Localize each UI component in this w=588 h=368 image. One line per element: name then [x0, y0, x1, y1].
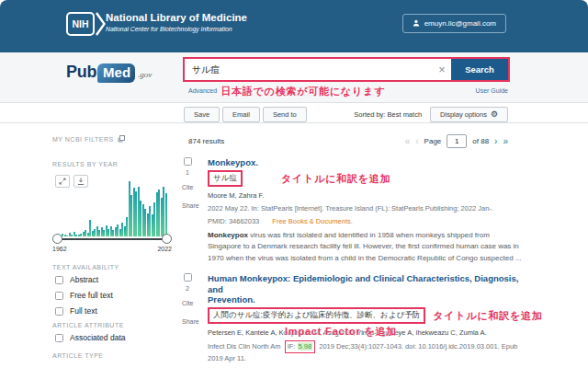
pubmed-logo[interactable]: Pub Med .gov	[66, 63, 152, 83]
impact-factor-label: IF:	[288, 342, 296, 351]
filter-free-full-text-label: Free full text	[70, 291, 113, 300]
results-by-year-label: RESULTS BY YEAR	[52, 161, 118, 167]
results-count: 874 results	[188, 137, 224, 145]
results-main: 874 results « ‹ Page of 88 › » 1 Cite S	[179, 124, 588, 368]
filter-full-text-label: Full text	[70, 306, 97, 316]
gear-icon: ⚙	[491, 110, 498, 119]
filter-abstract[interactable]: Abstract	[55, 275, 98, 284]
user-icon	[413, 19, 420, 29]
result-1-checkbox[interactable]	[184, 157, 192, 166]
checkbox-full-text[interactable]	[55, 307, 63, 316]
toolbar-actions: Save Email Send to	[184, 107, 307, 122]
result-2-journal: Infect Dis Clin North Am	[208, 342, 281, 351]
result-2-share-link[interactable]: Share	[182, 318, 208, 325]
account-email-button[interactable]: emuyn.llc@gmail.com	[402, 14, 506, 33]
result-1-title-link[interactable]: Monkeypox.	[208, 157, 522, 167]
page-label: Page	[424, 137, 442, 145]
result-1-pmid: PMID: 34662033	[208, 217, 259, 225]
filter-associated-data[interactable]: Associated data	[55, 333, 125, 342]
filter-full-text[interactable]: Full text	[55, 306, 97, 316]
result-1-annotation: タイトルに和訳を追加	[281, 172, 391, 186]
filter-abstract-label: Abstract	[70, 275, 98, 284]
result-2-title-term: Monkeypox	[240, 273, 288, 283]
pubmed-page: NIH National Library of Medicine Nationa…	[0, 0, 588, 368]
display-options-label: Display options	[440, 110, 487, 119]
last-page-icon[interactable]: »	[503, 137, 508, 146]
sorted-by-dropdown[interactable]: Sorted by: Best match	[354, 110, 422, 119]
pubmed-logo-pub: Pub	[66, 63, 96, 82]
result-1-body: Monkeypox. サル痘 タイトルに和訳を追加 Moore M, Zahra…	[208, 157, 522, 264]
search-links-row: Advanced 日本語での検索が可能になります User Guide	[188, 85, 508, 98]
result-2-title-link[interactable]: Human Monkeypox: Epidemiologic and Clini…	[208, 273, 522, 305]
result-2-checkbox[interactable]	[184, 273, 192, 282]
my-ncbi-filters-link[interactable]: MY NCBI FILTERS	[52, 135, 125, 143]
result-1-meta-row: PMID: 34662033 Free Books & Documents.	[208, 217, 522, 225]
result-2-title-pre: Human	[208, 273, 240, 283]
page-of-label: of 88	[472, 137, 489, 145]
result-1-snippet-term: Monkeypox	[208, 231, 248, 239]
year-range-labels: 1962 2022	[52, 246, 172, 252]
result-1-snippet: Monkeypox virus was first isolated and i…	[208, 230, 522, 264]
email-button[interactable]: Email	[222, 107, 260, 122]
year-range-slider	[52, 234, 172, 245]
clear-search-icon[interactable]: ×	[433, 59, 451, 80]
site-title-block: National Library of Medicine National Ce…	[106, 12, 247, 32]
send-to-button[interactable]: Send to	[263, 107, 307, 122]
nih-logo[interactable]: NIH	[66, 12, 106, 36]
result-2-title-line2: Prevention.	[208, 294, 255, 305]
advanced-link[interactable]: Advanced	[188, 87, 217, 94]
prev-page-icon[interactable]: ‹	[415, 137, 418, 146]
next-page-icon[interactable]: ›	[494, 137, 497, 146]
result-2-annotation: タイトルに和訳を追加	[433, 309, 543, 323]
first-page-icon[interactable]: «	[405, 137, 411, 146]
user-guide-link[interactable]: User Guide	[476, 87, 508, 94]
result-1-rail: 1 Cite Share	[182, 157, 208, 264]
pubmed-logo-med: Med	[97, 63, 135, 83]
result-2-translation-box: 人間のサル痘:疫学的および臨床的特徴、診断、および予防	[208, 307, 425, 324]
search-input[interactable]	[185, 59, 433, 80]
display-options-button[interactable]: Display options ⚙	[430, 107, 508, 122]
result-1-translation-row: サル痘 タイトルに和訳を追加	[208, 170, 522, 187]
impact-factor-annotation: Impact Factor を追加	[285, 325, 397, 339]
filter-free-full-text[interactable]: Free full text	[55, 291, 113, 300]
checkbox-abstract[interactable]	[55, 276, 63, 284]
nih-chevron-icon	[96, 12, 106, 36]
result-1-cite-link[interactable]: Cite	[182, 184, 208, 190]
external-link-icon	[118, 135, 125, 143]
result-1-authors: Moore M, Zahra F.	[208, 191, 522, 200]
result-1-index: 1	[186, 169, 208, 176]
result-2-citation: Infect Dis Clin North Am IF: 5.98 2019 D…	[208, 340, 522, 363]
result-1-citation: 2022 May 22. In: StatPearls [Internet]. …	[208, 203, 522, 214]
results-toolbar: Save Email Send to Sorted by: Best match…	[0, 104, 588, 123]
result-2-translation-row: 人間のサル痘:疫学的および臨床的特徴、診断、および予防 タイトルに和訳を追加	[208, 307, 522, 324]
result-1-snippet-text: virus was first isolated and identified …	[208, 231, 522, 262]
pagination: « ‹ Page of 88 › »	[405, 134, 508, 148]
text-availability-label: TEXT AVAILABILITY	[52, 264, 119, 270]
article-type-label: ARTICLE TYPE	[52, 352, 104, 359]
my-ncbi-filters-label: MY NCBI FILTERS	[52, 136, 114, 143]
result-item-1: 1 Cite Share Monkeypox. サル痘 タイトルに和訳を追加 M…	[179, 157, 588, 264]
result-2-rail: 2 Cite Share	[182, 273, 208, 368]
checkbox-associated-data[interactable]	[55, 334, 63, 342]
result-1-translation-box: サル痘	[208, 170, 243, 187]
account-email: emuyn.llc@gmail.com	[424, 19, 496, 28]
nih-logo-text: NIH	[66, 12, 95, 36]
site-header: NIH National Library of Medicine Nationa…	[0, 0, 588, 52]
slider-handle-start[interactable]	[52, 234, 62, 244]
checkbox-free-full-text[interactable]	[55, 292, 63, 300]
pubmed-logo-gov: .gov	[138, 70, 152, 79]
result-1-share-link[interactable]: Share	[182, 202, 208, 209]
year-end-label: 2022	[157, 246, 172, 252]
result-2-cite-link[interactable]: Cite	[182, 300, 208, 306]
toolbar-display: Sorted by: Best match Display options ⚙	[354, 107, 508, 122]
search-button[interactable]: Search	[451, 59, 508, 80]
search-bar-annotation-box: × Search	[183, 57, 510, 82]
slider-track	[58, 238, 166, 240]
save-button[interactable]: Save	[184, 107, 220, 122]
impact-factor-value: 5.98	[298, 342, 313, 351]
result-1-free-tag: Free Books & Documents.	[272, 217, 353, 225]
page-number-input[interactable]	[447, 134, 467, 148]
site-subtitle: National Center for Biotechnology Inform…	[106, 26, 247, 32]
slider-handle-end[interactable]	[162, 234, 172, 244]
result-item-2: 2 Cite Share Human Monkeypox: Epidemiolo…	[179, 273, 588, 368]
